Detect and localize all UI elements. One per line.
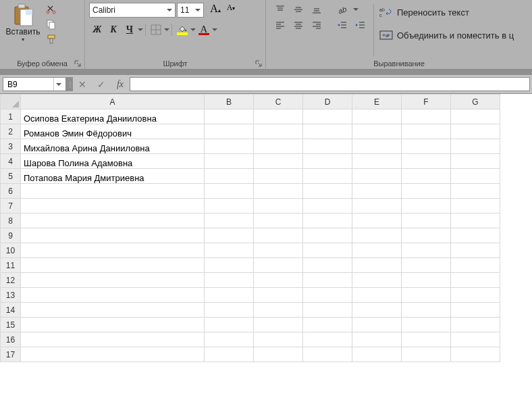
cell[interactable] (451, 124, 500, 139)
cell[interactable] (303, 347, 352, 362)
cell[interactable] (402, 154, 451, 169)
cell[interactable] (254, 169, 303, 184)
fill-color-button[interactable] (174, 22, 190, 38)
row-header[interactable]: 16 (1, 332, 21, 347)
cell[interactable] (303, 228, 352, 243)
cell[interactable] (402, 258, 451, 273)
align-right-button[interactable] (309, 18, 324, 32)
row-header[interactable]: 15 (1, 318, 21, 332)
row-header[interactable]: 17 (1, 347, 21, 362)
font-color-button[interactable]: A (196, 22, 212, 38)
fill-color-menu[interactable] (190, 28, 196, 31)
cell[interactable] (21, 184, 205, 199)
orientation-menu[interactable] (353, 3, 358, 16)
row-header[interactable]: 5 (1, 169, 21, 184)
column-header[interactable]: C (254, 95, 303, 109)
cell[interactable] (451, 139, 500, 154)
cell[interactable] (402, 109, 451, 124)
row-header[interactable]: 14 (1, 303, 21, 318)
cell[interactable] (21, 332, 205, 347)
cell[interactable] (205, 109, 254, 124)
column-header[interactable]: A (21, 95, 205, 109)
cell[interactable] (451, 109, 500, 124)
cell[interactable] (303, 154, 352, 169)
row-header[interactable]: 8 (1, 214, 21, 228)
cell[interactable] (402, 214, 451, 228)
cell[interactable] (254, 154, 303, 169)
column-header[interactable]: E (352, 95, 402, 109)
cell[interactable] (303, 288, 352, 303)
cell[interactable] (254, 258, 303, 273)
cell[interactable] (303, 214, 352, 228)
cell[interactable] (352, 214, 402, 228)
cell[interactable] (303, 184, 352, 199)
cell[interactable] (303, 258, 352, 273)
align-left-button[interactable] (273, 18, 288, 32)
align-top-button[interactable] (273, 3, 288, 16)
row-header[interactable]: 11 (1, 258, 21, 273)
cell[interactable] (254, 184, 303, 199)
cell[interactable] (451, 154, 500, 169)
cell[interactable] (21, 199, 205, 214)
font-size-combo[interactable]: 11 (177, 3, 204, 18)
cell[interactable] (402, 318, 451, 332)
merge-center-button[interactable]: a Объединить и поместить в ц (378, 26, 515, 45)
cell[interactable] (205, 199, 254, 214)
cell[interactable] (303, 199, 352, 214)
cell[interactable] (352, 258, 402, 273)
row-header[interactable]: 9 (1, 228, 21, 243)
cell[interactable] (303, 273, 352, 288)
column-header[interactable]: B (205, 95, 254, 109)
cell[interactable] (303, 303, 352, 318)
font-color-menu[interactable] (212, 28, 217, 31)
row-header[interactable]: 4 (1, 154, 21, 169)
cell[interactable] (205, 184, 254, 199)
cell[interactable] (205, 347, 254, 362)
cell[interactable] (352, 139, 402, 154)
cell[interactable] (352, 318, 402, 332)
cell[interactable] (402, 332, 451, 347)
underline-button[interactable]: Ч (122, 22, 138, 38)
cell[interactable] (21, 318, 205, 332)
cell[interactable] (451, 273, 500, 288)
cell[interactable] (402, 243, 451, 258)
cell[interactable] (21, 288, 205, 303)
cell[interactable] (254, 318, 303, 332)
cell[interactable] (451, 214, 500, 228)
cell[interactable] (303, 332, 352, 347)
bold-button[interactable]: Ж (89, 22, 105, 38)
dialog-launcher-font[interactable] (255, 59, 263, 68)
align-bottom-button[interactable] (309, 3, 324, 16)
cell[interactable] (451, 332, 500, 347)
cell[interactable] (352, 347, 402, 362)
decrease-indent-button[interactable] (335, 18, 350, 32)
cell[interactable] (402, 184, 451, 199)
cell[interactable] (254, 199, 303, 214)
borders-button[interactable] (148, 22, 164, 38)
borders-menu[interactable] (164, 28, 169, 31)
cell[interactable] (303, 109, 352, 124)
cell[interactable] (451, 318, 500, 332)
cell[interactable] (21, 347, 205, 362)
cell[interactable]: Романов Эмин Фёдорович (21, 124, 205, 139)
cell[interactable] (254, 288, 303, 303)
cell[interactable] (352, 169, 402, 184)
cell[interactable] (402, 288, 451, 303)
cell[interactable] (205, 228, 254, 243)
decrease-font-button[interactable]: A▾ (223, 3, 238, 18)
cell[interactable] (451, 243, 500, 258)
cell[interactable] (205, 332, 254, 347)
row-header[interactable]: 6 (1, 184, 21, 199)
name-box[interactable]: B9 (3, 77, 66, 91)
row-header[interactable]: 10 (1, 243, 21, 258)
cell[interactable] (254, 273, 303, 288)
column-header[interactable]: D (303, 95, 352, 109)
cell[interactable] (21, 273, 205, 288)
cell[interactable] (254, 124, 303, 139)
cell[interactable] (352, 228, 402, 243)
cell[interactable] (402, 228, 451, 243)
cell[interactable] (254, 109, 303, 124)
cell[interactable] (254, 303, 303, 318)
copy-button[interactable] (45, 18, 58, 31)
enter-formula-button[interactable]: ✓ (95, 77, 108, 92)
